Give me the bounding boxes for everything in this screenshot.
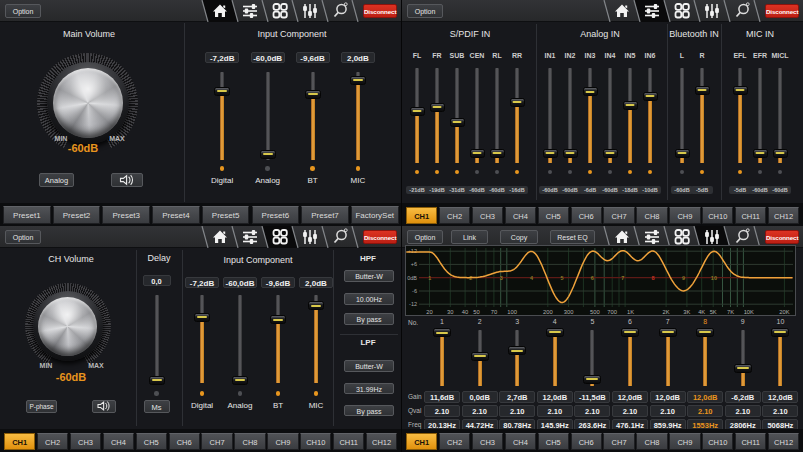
svg-text:70: 70 bbox=[491, 309, 497, 315]
svg-text:5K: 5K bbox=[710, 309, 717, 315]
svg-text:1K: 1K bbox=[627, 309, 634, 315]
svg-text:20: 20 bbox=[426, 309, 432, 315]
svg-text:10: 10 bbox=[711, 275, 717, 281]
svg-text:50: 50 bbox=[473, 309, 479, 315]
svg-text:3: 3 bbox=[500, 275, 503, 281]
svg-text:+6: +6 bbox=[411, 261, 417, 267]
svg-text:5: 5 bbox=[560, 275, 563, 281]
svg-text:100: 100 bbox=[507, 309, 517, 315]
svg-text:10K: 10K bbox=[744, 309, 754, 315]
svg-text:40: 40 bbox=[462, 309, 468, 315]
svg-text:9: 9 bbox=[682, 275, 685, 281]
svg-text:300: 300 bbox=[564, 309, 574, 315]
svg-text:8: 8 bbox=[652, 275, 655, 281]
svg-text:1: 1 bbox=[428, 275, 431, 281]
svg-text:7: 7 bbox=[621, 275, 624, 281]
svg-text:20K: 20K bbox=[779, 309, 789, 315]
svg-text:0dB: 0dB bbox=[407, 275, 417, 281]
svg-text:-6: -6 bbox=[412, 288, 417, 294]
svg-text:700: 700 bbox=[607, 309, 617, 315]
svg-text:7K: 7K bbox=[727, 309, 734, 315]
svg-text:3K: 3K bbox=[683, 309, 690, 315]
svg-text:500: 500 bbox=[590, 309, 600, 315]
svg-text:4K: 4K bbox=[698, 309, 705, 315]
svg-text:+12: +12 bbox=[408, 248, 417, 254]
svg-text:6: 6 bbox=[591, 275, 594, 281]
svg-text:200: 200 bbox=[543, 309, 553, 315]
svg-text:30: 30 bbox=[447, 309, 453, 315]
svg-text:2K: 2K bbox=[663, 309, 670, 315]
svg-text:-12: -12 bbox=[409, 301, 417, 307]
